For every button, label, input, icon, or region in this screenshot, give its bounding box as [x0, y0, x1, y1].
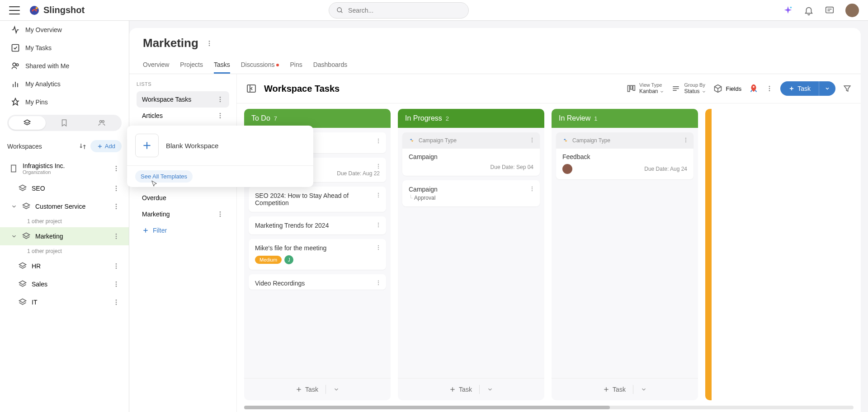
- more-icon[interactable]: [683, 137, 689, 143]
- rocket-icon[interactable]: [749, 84, 759, 94]
- add-workspace-button[interactable]: Add: [90, 140, 122, 152]
- ws-item-sales[interactable]: Sales: [0, 275, 129, 293]
- more-icon[interactable]: [375, 163, 382, 169]
- more-icon[interactable]: [375, 138, 382, 144]
- sort-icon[interactable]: [79, 142, 87, 150]
- more-icon[interactable]: [113, 185, 120, 192]
- list-item-articles[interactable]: Articles: [137, 108, 229, 124]
- ws-item-marketing[interactable]: Marketing: [0, 227, 129, 245]
- tab-projects[interactable]: Projects: [180, 57, 203, 74]
- view-type-control[interactable]: View Type Kanban: [627, 82, 664, 95]
- see-all-templates-link[interactable]: See All Templates: [135, 170, 193, 183]
- ws-item-hr[interactable]: HR: [0, 257, 129, 275]
- column-peek[interactable]: [705, 109, 712, 400]
- chat-icon[interactable]: [825, 5, 835, 15]
- user-avatar[interactable]: [845, 4, 859, 17]
- logo[interactable]: Slingshot: [29, 5, 85, 16]
- task-card-feedback[interactable]: Campaign Type Feedback Due Date: Aug 24: [556, 132, 693, 179]
- toggle-people[interactable]: [83, 116, 120, 130]
- sparkle-icon[interactable]: [783, 5, 793, 15]
- more-icon[interactable]: [113, 299, 120, 306]
- toggle-layers[interactable]: [9, 116, 46, 130]
- column-header-todo[interactable]: To Do 7: [244, 109, 391, 128]
- svg-rect-61: [630, 85, 632, 89]
- list-item-overdue[interactable]: Overdue: [137, 190, 229, 206]
- more-icon[interactable]: [113, 165, 120, 172]
- chevron-down-icon[interactable]: [333, 386, 340, 393]
- search-input[interactable]: [348, 7, 461, 14]
- chevron-down-icon[interactable]: [11, 233, 17, 239]
- toggle-bookmark[interactable]: [46, 116, 83, 130]
- list-item-workspace-tasks[interactable]: Workspace Tasks: [137, 91, 229, 108]
- ws-label: Marketing: [35, 233, 108, 240]
- add-task-button[interactable]: Task: [295, 386, 318, 393]
- group-icon: [671, 84, 680, 93]
- column-header-review[interactable]: In Review 1: [552, 109, 698, 128]
- chevron-down-icon[interactable]: [11, 203, 17, 210]
- task-card-trends[interactable]: Marketing Trends for 2024: [249, 216, 386, 234]
- ws-item-customer-service[interactable]: Customer Service: [0, 197, 129, 215]
- task-card-mikes-file[interactable]: Mike's file for the meeting Medium J: [249, 239, 386, 270]
- nav-my-tasks[interactable]: My Tasks: [0, 39, 129, 57]
- more-icon[interactable]: [375, 192, 382, 198]
- tab-tasks[interactable]: Tasks: [214, 57, 230, 74]
- column-header-progress[interactable]: In Progress 2: [398, 109, 544, 128]
- layers-icon: [18, 184, 27, 193]
- search-box[interactable]: [329, 2, 469, 19]
- new-task-button[interactable]: Task: [780, 81, 819, 96]
- more-icon[interactable]: [375, 222, 382, 228]
- more-icon[interactable]: [113, 262, 120, 270]
- more-icon[interactable]: [217, 211, 224, 218]
- panel-collapse-icon[interactable]: [246, 83, 257, 94]
- nav-analytics[interactable]: My Analytics: [0, 75, 129, 93]
- hamburger-menu[interactable]: [9, 6, 20, 14]
- logo-icon: [29, 5, 40, 16]
- more-icon[interactable]: [113, 203, 120, 210]
- more-icon[interactable]: [206, 40, 213, 47]
- svg-point-89: [378, 284, 379, 285]
- filter-icon[interactable]: [843, 84, 852, 93]
- more-icon[interactable]: [375, 280, 382, 286]
- other-projects-2[interactable]: 1 other project: [0, 245, 129, 257]
- more-icon[interactable]: [529, 186, 535, 192]
- nav-pins[interactable]: My Pins: [0, 93, 129, 111]
- bell-icon[interactable]: [804, 5, 814, 15]
- nav-my-overview[interactable]: My Overview: [0, 21, 129, 39]
- scroll-thumb[interactable]: [244, 406, 610, 409]
- more-icon[interactable]: [217, 112, 224, 119]
- group-by-control[interactable]: Group By Status: [671, 82, 706, 95]
- chevron-down-icon[interactable]: [487, 386, 493, 393]
- task-card-campaign[interactable]: Campaign Type Campaign Due Date: Sep 04: [402, 132, 540, 176]
- fields-control[interactable]: Fields: [713, 84, 742, 93]
- svg-point-77: [378, 168, 379, 169]
- ws-item-seo[interactable]: SEO: [0, 179, 129, 197]
- popup-option-blank[interactable]: Blank Workspace: [127, 126, 313, 165]
- task-card-video[interactable]: Video Recordings: [249, 274, 386, 290]
- filter-button[interactable]: Filter: [137, 222, 229, 239]
- svg-point-72: [378, 139, 379, 140]
- task-card-campaign-approval[interactable]: Campaign Approval: [402, 180, 540, 206]
- more-icon[interactable]: [217, 96, 224, 103]
- more-icon[interactable]: [529, 137, 535, 143]
- tab-overview[interactable]: Overview: [143, 57, 169, 74]
- ws-item-it[interactable]: IT: [0, 293, 129, 311]
- add-task-button[interactable]: Task: [449, 386, 472, 393]
- task-card-seo2024[interactable]: SEO 2024: How to Stay Ahead of Competiti…: [249, 187, 386, 212]
- chevron-down-icon[interactable]: [641, 386, 647, 393]
- list-item-marketing[interactable]: Marketing: [137, 206, 229, 222]
- horizontal-scrollbar[interactable]: [244, 406, 854, 409]
- layers-icon: [18, 262, 27, 271]
- new-task-dropdown[interactable]: [819, 81, 835, 96]
- workspaces-header: Workspaces Add: [0, 135, 129, 158]
- more-icon[interactable]: [375, 244, 382, 251]
- more-icon[interactable]: [113, 281, 120, 288]
- add-task-button[interactable]: Task: [603, 386, 626, 393]
- tab-pins[interactable]: Pins: [290, 57, 302, 74]
- nav-shared[interactable]: Shared with Me: [0, 57, 129, 75]
- ws-item-org[interactable]: Infragistics Inc. Organization: [0, 158, 129, 179]
- other-projects-1[interactable]: 1 other project: [0, 215, 129, 227]
- more-icon[interactable]: [113, 233, 120, 240]
- tab-dashboards[interactable]: Dashboards: [313, 57, 348, 74]
- more-icon[interactable]: [766, 85, 773, 92]
- tab-discussions[interactable]: Discussions: [241, 57, 279, 74]
